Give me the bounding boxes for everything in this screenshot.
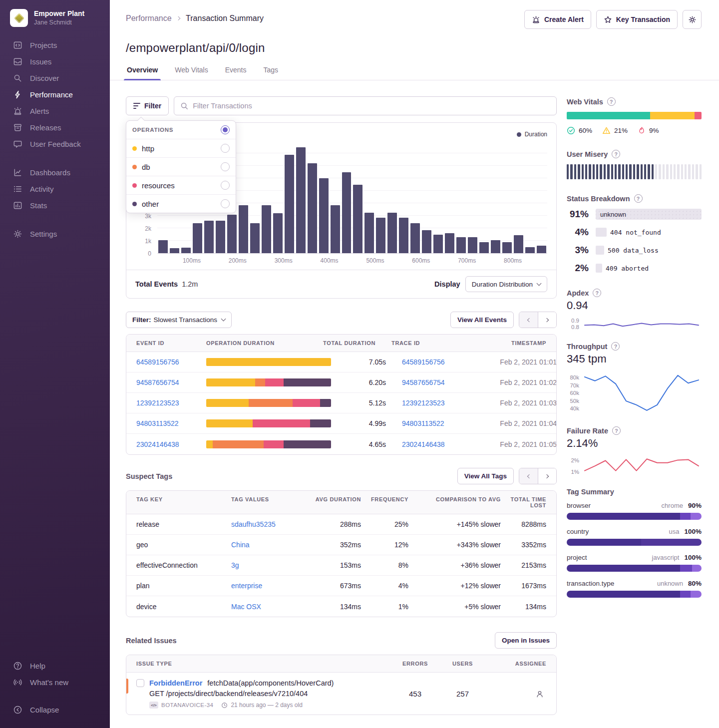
- tag-value-link[interactable]: 3g: [231, 561, 239, 569]
- operation-radio[interactable]: [221, 144, 230, 153]
- sidebar-item-releases[interactable]: Releases: [0, 119, 110, 136]
- tag-summary-percent: 90%: [688, 502, 702, 509]
- operation-segment: [249, 399, 293, 407]
- sidebar-item-performance[interactable]: Performance: [0, 86, 110, 103]
- operation-radio[interactable]: [221, 162, 230, 171]
- misery-tick: [666, 164, 668, 179]
- help-circle-icon[interactable]: ?: [607, 97, 616, 106]
- help-circle-icon[interactable]: ?: [611, 342, 620, 351]
- operation-option-http[interactable]: http: [126, 139, 236, 158]
- summary-rail: Web Vitals ? 60%21%9% User Misery ? Stat…: [567, 96, 702, 728]
- events-prev-button[interactable]: [519, 312, 538, 328]
- issue-checkbox[interactable]: [136, 679, 144, 687]
- tag-summary-bar: [567, 513, 702, 520]
- assignee-button[interactable]: [533, 688, 546, 701]
- filter-button[interactable]: Filter: [126, 96, 169, 115]
- events-next-button[interactable]: [538, 312, 556, 328]
- histogram-bar: [170, 248, 179, 253]
- tag-value-link[interactable]: Mac OSX: [231, 603, 261, 611]
- misery-tick: [582, 164, 584, 179]
- sidebar-item-user-feedback[interactable]: User Feedback: [0, 136, 110, 152]
- trace-id-link[interactable]: 64589156756: [402, 358, 445, 366]
- operation-radio[interactable]: [221, 181, 230, 190]
- status-percent: 4%: [567, 227, 590, 238]
- operation-option-db[interactable]: db: [126, 158, 236, 176]
- trace-id-link[interactable]: 12392123523: [402, 399, 445, 407]
- tab-overview[interactable]: Overview: [126, 66, 159, 80]
- event-timestamp: Feb 2, 2021 01:05: [477, 440, 557, 448]
- operation-radio[interactable]: [221, 199, 230, 208]
- trace-id-link[interactable]: 23024146438: [402, 440, 445, 448]
- create-alert-button[interactable]: Create Alert: [524, 10, 591, 29]
- help-circle-icon[interactable]: ?: [593, 289, 601, 297]
- operation-segment: [264, 440, 284, 448]
- tag-value-link[interactable]: enterprise: [231, 582, 262, 590]
- sidebar-group: DashboardsActivityStats: [0, 164, 110, 214]
- help-circle-icon[interactable]: ?: [612, 426, 621, 435]
- tags-next-button[interactable]: [538, 468, 556, 484]
- search-input[interactable]: [193, 102, 550, 110]
- tag-summary-percent: 100%: [684, 528, 702, 535]
- events-filter-select[interactable]: Filter: Slowest Transactions: [126, 312, 232, 328]
- event-id-link[interactable]: 23024146438: [136, 440, 179, 448]
- event-row: 230241464384.65s23024146438Feb 2, 2021 0…: [126, 434, 556, 454]
- tag-comparison: +343% slower: [408, 541, 501, 549]
- help-circle-icon[interactable]: ?: [634, 194, 643, 203]
- sidebar-item-what-s-new[interactable]: What's new: [0, 674, 110, 691]
- sidebar-item-help[interactable]: Help: [0, 658, 110, 674]
- event-id-link[interactable]: 94587656754: [136, 378, 179, 386]
- operation-option-resources[interactable]: resources: [126, 176, 236, 195]
- tag-value-link[interactable]: sdaufhu35235: [231, 520, 276, 528]
- operation-duration-bar: [206, 419, 331, 427]
- display-select[interactable]: Duration Distribution: [465, 276, 547, 292]
- discover-icon: [13, 73, 22, 83]
- histogram-bar: [433, 235, 443, 254]
- histogram-bar: [296, 147, 306, 254]
- issue-type-link[interactable]: ForbiddenError: [149, 679, 202, 687]
- histogram-bar: [285, 155, 294, 254]
- operation-option-other[interactable]: other: [126, 195, 236, 213]
- tab-events[interactable]: Events: [224, 66, 248, 80]
- event-id-link[interactable]: 94803113522: [136, 419, 179, 427]
- tag-frequency: 25%: [361, 520, 408, 528]
- histogram-bar: [376, 218, 385, 253]
- tab-tags[interactable]: Tags: [262, 66, 279, 80]
- tab-web-vitals[interactable]: Web Vitals: [174, 66, 209, 80]
- operations-all-radio[interactable]: [221, 125, 230, 134]
- view-all-tags-button[interactable]: View All Tags: [457, 468, 514, 484]
- event-id-link[interactable]: 12392123523: [136, 399, 179, 407]
- operation-duration-bar: [206, 378, 331, 386]
- trace-id-link[interactable]: 94803113522: [402, 419, 444, 427]
- sidebar-item-label: Settings: [30, 230, 57, 238]
- sidebar-item-label: Alerts: [30, 107, 49, 115]
- event-id-link[interactable]: 64589156756: [136, 358, 179, 366]
- tag-value-link[interactable]: China: [231, 541, 250, 549]
- sidebar-item-discover[interactable]: Discover: [0, 70, 110, 86]
- sidebar-item-dashboards[interactable]: Dashboards: [0, 164, 110, 181]
- sidebar-item-alerts[interactable]: Alerts: [0, 103, 110, 119]
- org-switcher[interactable]: Empower Plant Jane Schmidt: [0, 9, 110, 27]
- sidebar-item-activity[interactable]: Activity: [0, 181, 110, 197]
- spark-y-label: 0.9: [571, 318, 579, 324]
- histogram-bar: [410, 223, 420, 253]
- breadcrumb-parent[interactable]: Performance: [126, 14, 172, 23]
- tags-prev-button[interactable]: [519, 468, 538, 484]
- key-transaction-button[interactable]: Key Transaction: [596, 10, 678, 29]
- sidebar-item-collapse[interactable]: Collapse: [0, 702, 110, 718]
- view-all-events-button[interactable]: View All Events: [450, 312, 514, 328]
- sidebar-item-settings[interactable]: Settings: [0, 226, 110, 242]
- help-circle-icon[interactable]: ?: [612, 150, 620, 158]
- apdex-sparkline: [584, 317, 700, 330]
- operations-dropdown-header[interactable]: OPERATIONS: [126, 121, 236, 139]
- histogram-bar: [364, 213, 374, 253]
- sidebar-item-label: Discover: [30, 74, 59, 82]
- open-in-issues-button[interactable]: Open in Issues: [495, 632, 557, 649]
- sidebar-item-issues[interactable]: Issues: [0, 53, 110, 70]
- histogram-bar: [353, 185, 362, 254]
- sidebar-item-projects[interactable]: Projects: [0, 37, 110, 53]
- column-header: COMPARISON TO AVG: [408, 496, 501, 508]
- trace-id-link[interactable]: 94587656754: [402, 378, 445, 386]
- sidebar-item-stats[interactable]: Stats: [0, 197, 110, 214]
- settings-gear-button[interactable]: [683, 10, 702, 29]
- user-feedback-icon: [13, 139, 22, 149]
